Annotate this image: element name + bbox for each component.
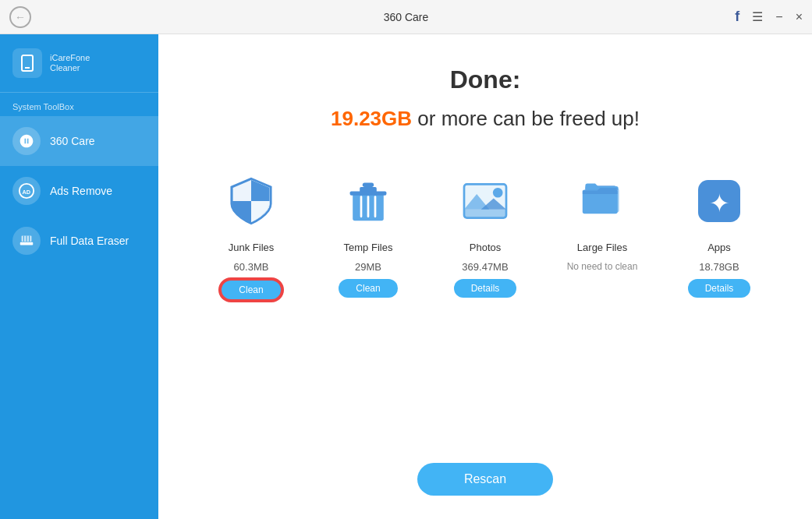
junk-files-size: 60.3MB: [234, 261, 269, 273]
freed-size: 19.23GB: [331, 107, 412, 130]
temp-files-clean-button[interactable]: Clean: [339, 279, 397, 298]
back-button[interactable]: ←: [9, 6, 31, 28]
temp-files-label: Temp Files: [344, 242, 393, 255]
back-icon: ←: [15, 11, 26, 23]
photos-card: Photos 369.47MB Details: [442, 170, 528, 298]
temp-files-icon: [337, 170, 399, 232]
large-files-icon: [571, 170, 633, 232]
sidebar-item-ads-remove[interactable]: AD Ads Remove: [0, 166, 158, 216]
photos-size: 369.47MB: [462, 261, 508, 273]
rescan-button[interactable]: Rescan: [417, 463, 553, 496]
apps-size: 18.78GB: [699, 261, 739, 273]
svg-rect-4: [20, 242, 34, 245]
sidebar-item-360care-label: 360 Care: [50, 135, 95, 147]
photos-details-button[interactable]: Details: [454, 279, 517, 298]
close-button[interactable]: ×: [796, 10, 803, 24]
photos-label: Photos: [470, 242, 501, 255]
sidebar-item-ads-remove-label: Ads Remove: [50, 185, 112, 197]
large-files-label: Large Files: [577, 242, 627, 255]
facebook-icon[interactable]: f: [735, 9, 739, 25]
large-files-no-clean: No need to clean: [567, 261, 638, 272]
junk-files-icon: [220, 170, 282, 232]
junk-files-label: Junk Files: [229, 242, 275, 255]
window-title: 360 Care: [384, 11, 429, 23]
main-layout: iCareFone Cleaner System ToolBox 360 Car…: [0, 34, 812, 519]
logo-icon: [12, 48, 42, 78]
window-controls: f ☰ − ×: [735, 9, 803, 25]
svg-rect-11: [350, 191, 387, 195]
large-files-card: Large Files No need to clean: [559, 170, 645, 272]
sidebar-item-full-data-eraser[interactable]: Full Data Eraser: [0, 216, 158, 266]
title-bar: ← 360 Care f ☰ − ×: [0, 0, 812, 34]
minimize-button[interactable]: −: [775, 10, 782, 24]
freed-label: or more can be freed up!: [417, 107, 640, 130]
ads-remove-icon: AD: [12, 177, 41, 205]
photos-icon: [454, 170, 516, 232]
items-grid: Junk Files 60.3MB Clean: [208, 170, 762, 301]
title-bar-left: ←: [9, 6, 31, 28]
svg-rect-18: [464, 210, 506, 218]
temp-files-card: Temp Files 29MB Clean: [325, 170, 411, 298]
content-area: Done 19.23GB or more can be freed up!: [158, 34, 812, 519]
full-data-eraser-icon: [12, 227, 41, 255]
apps-label: Apps: [707, 242, 731, 255]
sidebar-item-full-data-eraser-label: Full Data Eraser: [50, 235, 129, 247]
360care-icon: [12, 127, 41, 155]
sidebar-logo: iCareFone Cleaner: [0, 34, 158, 93]
sidebar: iCareFone Cleaner System ToolBox 360 Car…: [0, 34, 158, 519]
svg-text:AD: AD: [23, 189, 31, 196]
apps-icon: ✦: [688, 170, 750, 232]
apps-details-button[interactable]: Details: [688, 279, 751, 298]
freed-text: 19.23GB or more can be freed up!: [331, 107, 640, 131]
done-title: Done: [450, 65, 521, 94]
junk-files-clean-button[interactable]: Clean: [220, 279, 282, 301]
logo-text: iCareFone Cleaner: [50, 53, 90, 73]
svg-rect-15: [363, 183, 374, 187]
svg-text:✦: ✦: [709, 189, 730, 217]
section-label: System ToolBox: [0, 93, 158, 116]
svg-point-17: [493, 188, 503, 198]
sidebar-item-360care[interactable]: 360 Care: [0, 116, 158, 166]
temp-files-size: 29MB: [355, 261, 381, 273]
junk-files-card: Junk Files 60.3MB Clean: [208, 170, 294, 301]
apps-card: ✦ Apps 18.78GB Details: [676, 170, 762, 298]
menu-icon[interactable]: ☰: [752, 9, 763, 24]
